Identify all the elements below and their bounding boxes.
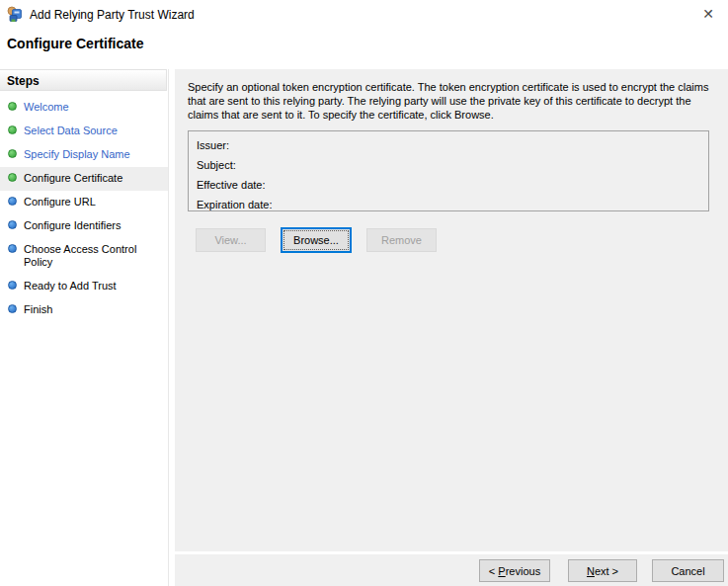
step-label: Ready to Add Trust <box>24 280 117 293</box>
step-item-configure-identifiers: Configure Identifiers <box>0 214 168 238</box>
cancel-button[interactable]: Cancel <box>652 559 724 582</box>
step-item-select-data-source[interactable]: Select Data Source <box>0 120 168 143</box>
pending-step-icon <box>8 304 17 313</box>
steps-header: Steps <box>0 69 167 91</box>
pending-step-icon <box>8 244 17 253</box>
expiration-date-label: Expiration date: <box>197 199 272 210</box>
page-title: Configure Certificate <box>7 36 143 51</box>
view-button: View... <box>196 228 266 252</box>
window-titlebar: Add Relying Party Trust Wizard ✕ <box>0 0 728 30</box>
pending-step-icon <box>8 197 17 206</box>
wizard-footer: < Previous Next > Cancel <box>175 554 728 586</box>
step-label: Welcome <box>24 101 69 114</box>
remove-button: Remove <box>366 228 437 252</box>
issuer-label: Issuer: <box>197 139 229 151</box>
cert-field-subject: Subject: <box>189 154 708 174</box>
cert-field-issuer: Issuer: <box>189 134 708 154</box>
step-item-specify-display-name[interactable]: Specify Display Name <box>0 143 168 167</box>
step-label: Finish <box>24 303 52 316</box>
browse-button[interactable]: Browse... <box>281 227 352 253</box>
certificate-details-box: Issuer: Subject: Effective date: Expirat… <box>188 130 709 211</box>
description-text: Specify an optional token encryption cer… <box>188 80 718 122</box>
content-panel: Specify an optional token encryption cer… <box>175 69 728 551</box>
step-label: Configure Certificate <box>24 172 122 185</box>
app-icon <box>7 6 24 23</box>
step-label: Select Data Source <box>24 125 118 137</box>
previous-button[interactable]: < Previous <box>479 559 550 582</box>
steps-list: Welcome Select Data Source Specify Displ… <box>0 96 168 322</box>
step-item-finish: Finish <box>0 298 168 322</box>
sidebar-divider <box>168 69 169 586</box>
next-button[interactable]: Next > <box>568 559 637 582</box>
close-icon[interactable]: ✕ <box>693 2 723 26</box>
cert-field-effective-date: Effective date: <box>189 174 708 194</box>
current-step-icon <box>8 173 17 182</box>
subject-label: Subject: <box>197 159 236 171</box>
completed-step-icon <box>8 126 17 134</box>
step-item-configure-certificate: Configure Certificate <box>0 167 168 191</box>
pending-step-icon <box>8 281 17 290</box>
step-label: Configure Identifiers <box>24 219 121 232</box>
certificate-actions: View... Browse... Remove <box>175 226 728 252</box>
step-item-configure-url: Configure URL <box>0 191 168 214</box>
completed-step-icon <box>8 149 17 158</box>
step-label: Choose Access Control Policy <box>24 243 162 269</box>
step-label: Specify Display Name <box>24 148 130 161</box>
window-title: Add Relying Party Trust Wizard <box>30 8 195 22</box>
pending-step-icon <box>8 220 17 229</box>
step-item-choose-access-control-policy: Choose Access Control Policy <box>0 238 168 275</box>
step-item-welcome[interactable]: Welcome <box>0 96 168 120</box>
effective-date-label: Effective date: <box>197 179 266 191</box>
step-item-ready-to-add-trust: Ready to Add Trust <box>0 275 168 298</box>
step-label: Configure URL <box>24 196 96 209</box>
completed-step-icon <box>8 102 17 111</box>
cert-field-expiration-date: Expiration date: <box>189 194 708 213</box>
steps-panel: Steps Welcome Select Data Source Specify… <box>0 69 168 586</box>
